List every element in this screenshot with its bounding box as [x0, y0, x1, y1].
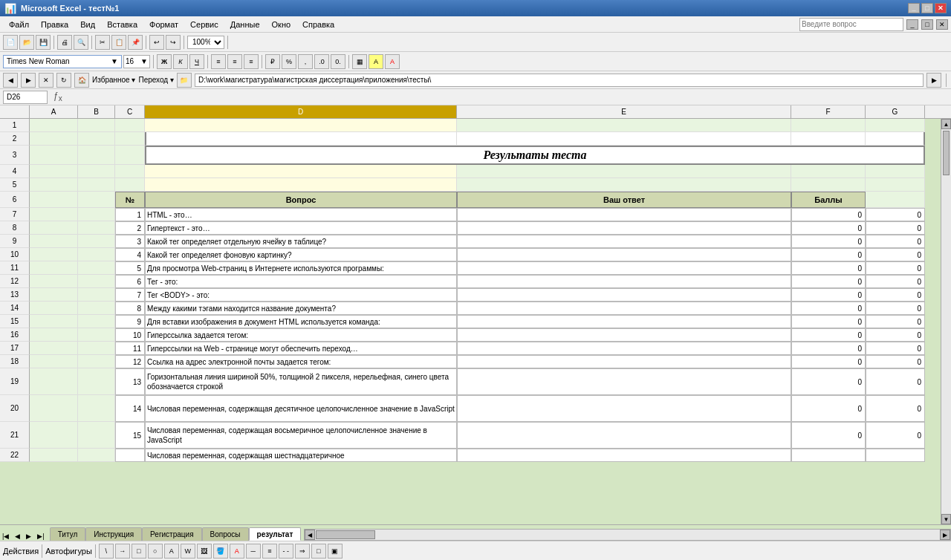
- cell-e13[interactable]: [457, 288, 791, 302]
- menu-insert[interactable]: Вставка: [101, 19, 143, 30]
- cell-e4[interactable]: [457, 165, 791, 178]
- cell-c5[interactable]: [115, 178, 145, 192]
- currency-button[interactable]: ₽: [265, 54, 280, 69]
- cell-g20[interactable]: 0: [866, 395, 925, 422]
- cell-e17[interactable]: [457, 342, 791, 355]
- cell-d14[interactable]: Между какими тэгами находится название д…: [145, 302, 457, 315]
- row-header-18[interactable]: 18: [0, 355, 30, 368]
- line-style-button[interactable]: ≡: [262, 544, 277, 559]
- cell-f22[interactable]: [791, 449, 866, 462]
- col-header-f[interactable]: F: [791, 105, 866, 118]
- cell-f16[interactable]: 0: [791, 328, 866, 342]
- cell-e19[interactable]: [457, 368, 791, 395]
- menu-edit[interactable]: Правка: [35, 19, 74, 30]
- cell-a21[interactable]: [30, 422, 78, 449]
- restore-button[interactable]: □: [921, 3, 933, 13]
- address-input[interactable]: [195, 74, 924, 87]
- cell-b9[interactable]: [78, 235, 115, 248]
- cell-e7[interactable]: [457, 208, 791, 221]
- sheet-next-button[interactable]: ▶: [24, 532, 33, 541]
- cell-a6[interactable]: [30, 192, 78, 208]
- cell-d17[interactable]: Гиперссылки на Web - странице могут обес…: [145, 342, 457, 355]
- cell-c3[interactable]: [115, 146, 145, 165]
- copy-button[interactable]: 📋: [111, 35, 126, 50]
- menu-help[interactable]: Справка: [296, 19, 340, 30]
- cell-a16[interactable]: [30, 328, 78, 342]
- 3d-button[interactable]: ▣: [328, 544, 343, 559]
- open-button[interactable]: 📂: [19, 35, 34, 50]
- menu-data[interactable]: Данные: [224, 19, 266, 30]
- cell-c8[interactable]: 2: [115, 221, 145, 235]
- sheet-last-button[interactable]: ▶|: [35, 532, 46, 541]
- row-header-21[interactable]: 21: [0, 422, 30, 449]
- cell-c12[interactable]: 6: [115, 275, 145, 288]
- cell-f18[interactable]: 0: [791, 355, 866, 368]
- rectangle-tool-button[interactable]: □: [132, 544, 146, 559]
- cell-d12[interactable]: Тег - это:: [145, 275, 457, 288]
- cell-f7[interactable]: 0: [791, 208, 866, 221]
- col-header-b[interactable]: B: [78, 105, 115, 118]
- cell-d22[interactable]: Числовая переменная, содержащая шестнадц…: [145, 449, 457, 462]
- cell-f15[interactable]: 0: [791, 315, 866, 328]
- shadow-button[interactable]: □: [311, 544, 326, 559]
- favorites-label[interactable]: Избранное ▾: [92, 76, 135, 84]
- fill-bucket-button[interactable]: 🪣: [213, 544, 228, 559]
- clipart-tool-button[interactable]: 🖼: [197, 544, 212, 559]
- font-name-box[interactable]: Times New Roman ▼: [3, 55, 122, 68]
- cell-b2[interactable]: [78, 132, 115, 146]
- font-color-draw-button[interactable]: A: [230, 544, 244, 559]
- cell-c7[interactable]: 1: [115, 208, 145, 221]
- cell-b5[interactable]: [78, 178, 115, 192]
- cell-f9[interactable]: 0: [791, 235, 866, 248]
- col-header-d[interactable]: D: [145, 105, 457, 118]
- cell-a19[interactable]: [30, 368, 78, 395]
- cell-g5[interactable]: [866, 178, 925, 192]
- cell-c4[interactable]: [115, 165, 145, 178]
- borders-button[interactable]: ▦: [352, 54, 367, 69]
- cell-b11[interactable]: [78, 261, 115, 275]
- cell-a4[interactable]: [30, 165, 78, 178]
- help-search-input[interactable]: [799, 18, 903, 31]
- save-button[interactable]: 💾: [36, 35, 51, 50]
- cell-e15[interactable]: [457, 315, 791, 328]
- cell-a9[interactable]: [30, 235, 78, 248]
- cell-e12[interactable]: [457, 275, 791, 288]
- line-tool-button[interactable]: \: [99, 544, 114, 559]
- col-header-c[interactable]: C: [115, 105, 145, 118]
- font-color-button[interactable]: A: [385, 54, 400, 69]
- restore-ribbon-button[interactable]: □: [921, 19, 933, 30]
- row-header-5[interactable]: 5: [0, 178, 30, 192]
- sheet-first-button[interactable]: |◀: [0, 532, 11, 541]
- cell-a12[interactable]: [30, 275, 78, 288]
- goto-label[interactable]: Переход ▾: [138, 76, 174, 84]
- actions-menu[interactable]: Действия: [3, 547, 39, 556]
- cell-a18[interactable]: [30, 355, 78, 368]
- address-go-button[interactable]: ▶: [926, 73, 941, 88]
- cell-f1[interactable]: [791, 119, 866, 132]
- cell-d10[interactable]: Какой тег определяет фоновую картинку?: [145, 248, 457, 261]
- cell-g21[interactable]: 0: [866, 422, 925, 449]
- cell-a17[interactable]: [30, 342, 78, 355]
- percent-button[interactable]: %: [282, 54, 296, 69]
- cell-f8[interactable]: 0: [791, 221, 866, 235]
- align-right-button[interactable]: ≡: [244, 54, 259, 69]
- cell-d11[interactable]: Для просмотра Web-страниц в Интернете ис…: [145, 261, 457, 275]
- paste-button[interactable]: 📌: [128, 35, 143, 50]
- increase-decimal-button[interactable]: .0: [314, 54, 329, 69]
- cell-g7[interactable]: 0: [866, 208, 925, 221]
- scrollbar-thumb[interactable]: [943, 131, 950, 175]
- col-header-e[interactable]: E: [457, 105, 791, 118]
- cell-g14[interactable]: 0: [866, 302, 925, 315]
- row-header-11[interactable]: 11: [0, 261, 30, 275]
- cell-b8[interactable]: [78, 221, 115, 235]
- cell-title[interactable]: Результаты теста: [145, 146, 925, 165]
- cell-c11[interactable]: 5: [115, 261, 145, 275]
- cell-b6[interactable]: [78, 192, 115, 208]
- cell-f4[interactable]: [791, 165, 866, 178]
- cell-f20[interactable]: 0: [791, 395, 866, 422]
- ellipse-tool-button[interactable]: ○: [148, 544, 163, 559]
- close-ribbon-button[interactable]: ✕: [936, 19, 948, 30]
- row-header-3[interactable]: 3: [0, 146, 30, 165]
- cell-e2[interactable]: [457, 132, 791, 146]
- cell-c18[interactable]: 12: [115, 355, 145, 368]
